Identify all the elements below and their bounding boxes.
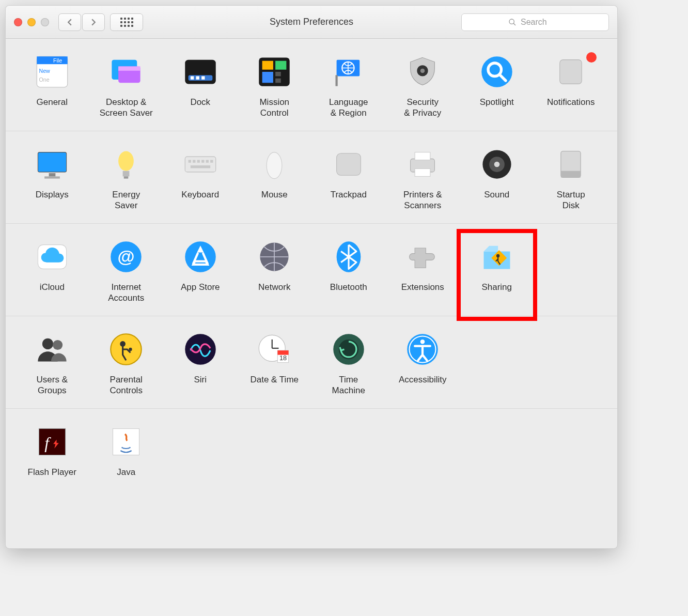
- pref-section: DisplaysEnergySaverKeyboardMouseTrackpad…: [6, 131, 617, 224]
- pref-label: Sound: [484, 189, 509, 200]
- pref-timemachine[interactable]: TimeMachine: [311, 331, 386, 398]
- chevron-right-icon: [90, 19, 97, 26]
- nav-buttons: [58, 13, 105, 31]
- system-preferences-window: System Preferences FileNewOneGeneralDesk…: [5, 5, 618, 549]
- pref-label: StartupDisk: [557, 189, 585, 211]
- pref-trackpad[interactable]: Trackpad: [311, 146, 386, 213]
- preferences-grid: FileNewOneGeneralDesktop &Screen SaverDo…: [6, 39, 617, 501]
- svg-text:New: New: [39, 68, 50, 74]
- pref-network[interactable]: Network: [238, 238, 312, 305]
- pref-label: Notifications: [547, 97, 595, 107]
- pref-label: App Store: [181, 282, 220, 292]
- pref-security[interactable]: Security& Privacy: [386, 53, 460, 120]
- pref-displays[interactable]: Displays: [15, 146, 89, 213]
- forward-button[interactable]: [82, 13, 105, 31]
- svg-point-51: [494, 162, 499, 167]
- pref-mission[interactable]: MissionControl: [238, 53, 312, 120]
- pref-desktop[interactable]: Desktop &Screen Saver: [89, 53, 164, 120]
- search-field[interactable]: [461, 13, 609, 31]
- close-window-button[interactable]: [14, 18, 22, 26]
- pref-label: Mouse: [261, 189, 288, 200]
- mission-icon: [256, 53, 293, 90]
- pref-general[interactable]: FileNewOneGeneral: [15, 53, 89, 120]
- svg-line-1: [513, 23, 515, 25]
- svg-rect-79: [39, 429, 65, 455]
- printers-icon: [404, 146, 441, 183]
- extensions-icon: [404, 238, 441, 275]
- parental-icon: [107, 331, 145, 368]
- language-icon: [330, 53, 367, 90]
- pref-extensions[interactable]: Extensions: [386, 238, 460, 305]
- back-button[interactable]: [58, 13, 81, 31]
- pref-accessibility[interactable]: Accessibility: [386, 331, 460, 398]
- users-icon: [34, 331, 71, 368]
- zoom-window-button[interactable]: [41, 18, 49, 26]
- pref-label: Flash Player: [28, 467, 76, 478]
- pref-sound[interactable]: Sound: [460, 146, 534, 213]
- dock-icon: [182, 53, 219, 90]
- pref-label: Security& Privacy: [404, 97, 441, 119]
- sound-icon: [478, 146, 515, 183]
- pref-bluetooth[interactable]: Bluetooth: [311, 238, 386, 305]
- svg-rect-23: [335, 75, 337, 86]
- pref-label: EnergySaver: [112, 189, 140, 211]
- svg-rect-13: [196, 76, 199, 80]
- pref-energy[interactable]: EnergySaver: [89, 146, 164, 213]
- svg-rect-29: [560, 60, 582, 84]
- titlebar: System Preferences: [6, 6, 617, 39]
- pref-icloud[interactable]: iCloud: [15, 238, 89, 305]
- search-icon: [508, 18, 517, 26]
- pref-label: Network: [258, 282, 290, 292]
- pref-row: fFlash PlayerJava: [15, 423, 608, 490]
- pref-java[interactable]: Java: [89, 423, 164, 490]
- show-all-button[interactable]: [110, 13, 143, 31]
- pref-label: ParentalControls: [110, 374, 143, 396]
- pref-label: Bluetooth: [330, 282, 367, 292]
- svg-rect-41: [206, 160, 208, 163]
- java-icon: [107, 423, 145, 460]
- svg-rect-3: [37, 56, 68, 64]
- pref-flash[interactable]: fFlash Player: [15, 423, 89, 490]
- pref-startup[interactable]: StartupDisk: [534, 146, 608, 213]
- pref-siri[interactable]: Siri: [163, 331, 238, 398]
- pref-row: iCloud@InternetAccountsApp StoreNetworkB…: [15, 238, 608, 305]
- chevron-left-icon: [66, 19, 73, 26]
- pref-printers[interactable]: Printers &Scanners: [386, 146, 460, 213]
- icloud-icon: [34, 238, 71, 275]
- svg-point-62: [42, 338, 53, 349]
- pref-language[interactable]: Language& Region: [311, 53, 386, 120]
- appstore-icon: [182, 238, 219, 275]
- search-input[interactable]: [521, 18, 562, 27]
- pref-datetime[interactable]: 18Date & Time: [238, 331, 312, 398]
- pref-parental[interactable]: ParentalControls: [89, 331, 164, 398]
- pref-spotlight[interactable]: Spotlight: [460, 53, 534, 120]
- pref-label: Dock: [190, 97, 210, 107]
- trackpad-icon: [330, 146, 367, 183]
- svg-rect-30: [38, 152, 66, 172]
- pref-appstore[interactable]: App Store: [163, 238, 238, 305]
- spotlight-icon: [478, 53, 515, 90]
- mouse-icon: [256, 146, 293, 183]
- pref-section: iCloud@InternetAccountsApp StoreNetworkB…: [6, 224, 617, 316]
- pref-internet[interactable]: @InternetAccounts: [89, 238, 164, 305]
- svg-rect-16: [262, 61, 273, 70]
- pref-keyboard[interactable]: Keyboard: [163, 146, 238, 213]
- svg-rect-48: [415, 169, 430, 177]
- svg-point-0: [509, 19, 514, 24]
- desktop-icon: [107, 53, 145, 90]
- pref-dock[interactable]: Dock: [163, 53, 238, 120]
- pref-notifications[interactable]: Notifications: [534, 53, 608, 120]
- pref-label: TimeMachine: [332, 374, 365, 396]
- pref-sharing[interactable]: Sharing: [460, 238, 534, 305]
- svg-rect-9: [118, 66, 140, 71]
- pref-label: Trackpad: [331, 189, 367, 200]
- svg-rect-19: [275, 72, 281, 76]
- svg-rect-20: [275, 79, 281, 83]
- minimize-window-button[interactable]: [27, 18, 36, 26]
- pref-mouse[interactable]: Mouse: [238, 146, 312, 213]
- svg-text:One: One: [39, 76, 49, 83]
- internet-icon: @: [107, 238, 145, 275]
- pref-label: Desktop &Screen Saver: [100, 97, 153, 119]
- svg-rect-32: [44, 176, 60, 178]
- pref-users[interactable]: Users &Groups: [15, 331, 89, 398]
